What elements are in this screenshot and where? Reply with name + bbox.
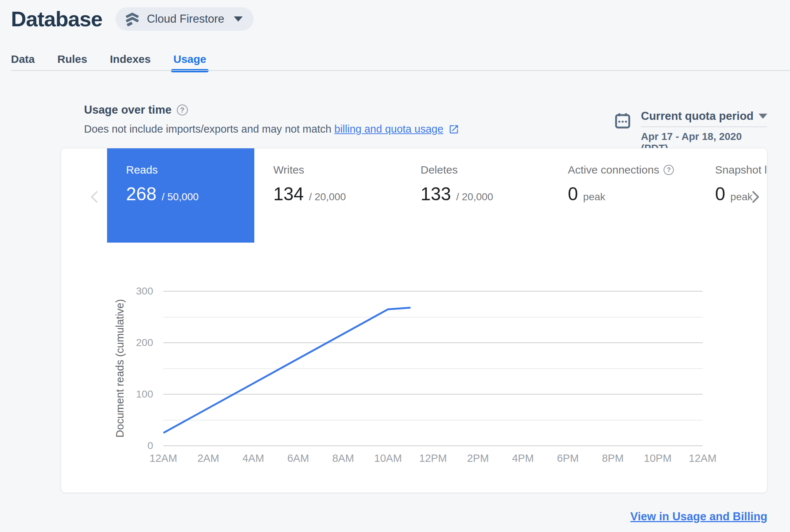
x-tick-label: 4AM bbox=[242, 452, 264, 464]
metric-tile[interactable]: Deletes 133 / 20,000 bbox=[402, 148, 549, 243]
caret-down-icon bbox=[759, 114, 767, 119]
metric-value: 0 bbox=[568, 183, 578, 205]
x-tick-label: 6AM bbox=[287, 452, 309, 464]
x-tick-label: 12AM bbox=[149, 452, 177, 464]
metric-tile[interactable]: Active connections ? 0 peak bbox=[549, 148, 696, 243]
y-tick-label: 100 bbox=[136, 388, 153, 400]
tab-divider bbox=[11, 70, 790, 71]
metric-value: 268 bbox=[126, 183, 156, 205]
x-tick-label: 8PM bbox=[602, 452, 624, 464]
y-axis-title: Document reads (cumulative) bbox=[114, 299, 126, 438]
metric-tile[interactable]: Snapshot listeners 0 peak bbox=[696, 148, 767, 243]
reads-series-line bbox=[163, 308, 411, 433]
tab-usage[interactable]: Usage bbox=[173, 51, 206, 71]
help-icon[interactable]: ? bbox=[177, 104, 188, 115]
metric-peak-label: peak bbox=[583, 191, 605, 203]
metric-label: Reads bbox=[126, 164, 158, 176]
metric-label: Deletes bbox=[421, 164, 458, 176]
calendar-icon bbox=[615, 113, 631, 129]
section-description: Does not include imports/exports and may… bbox=[84, 123, 331, 135]
quota-period-dropdown[interactable]: Current quota period bbox=[641, 110, 767, 123]
x-tick-label: 12AM bbox=[689, 452, 717, 464]
usage-line-chart bbox=[163, 291, 703, 446]
y-tick-label: 0 bbox=[147, 440, 153, 452]
product-selector-label: Cloud Firestore bbox=[147, 12, 224, 26]
metric-tile[interactable]: Writes 134 / 20,000 bbox=[254, 148, 402, 243]
metric-value: 0 bbox=[715, 183, 725, 205]
help-icon[interactable]: ? bbox=[664, 165, 674, 175]
tab-data[interactable]: Data bbox=[11, 51, 35, 71]
billing-quota-link[interactable]: billing and quota usage bbox=[334, 123, 443, 135]
x-tick-label: 2AM bbox=[197, 452, 219, 464]
y-axis-labels: 0100200300 bbox=[127, 291, 158, 446]
x-tick-label: 4PM bbox=[512, 452, 534, 464]
usage-card: Reads 268 / 50,000 Writes 134 / 20,000 D… bbox=[61, 148, 767, 493]
x-tick-label: 6PM bbox=[557, 452, 579, 464]
y-tick-label: 200 bbox=[136, 337, 153, 349]
metric-tiles: Reads 268 / 50,000 Writes 134 / 20,000 D… bbox=[107, 148, 767, 243]
metric-quota: / 20,000 bbox=[456, 191, 493, 203]
metric-label: Snapshot listeners bbox=[715, 164, 767, 176]
section-title: Usage over time bbox=[84, 103, 172, 117]
y-tick-label: 300 bbox=[136, 285, 153, 297]
metric-peak-label: peak bbox=[730, 191, 753, 203]
metric-tile[interactable]: Reads 268 / 50,000 bbox=[107, 148, 254, 243]
view-usage-billing-link[interactable]: View in Usage and Billing bbox=[630, 510, 767, 523]
product-selector[interactable]: Cloud Firestore bbox=[115, 7, 254, 31]
quota-period-selector: Current quota period Apr 17 - Apr 18, 20… bbox=[615, 110, 767, 154]
usage-section-header: Usage over time ? Does not include impor… bbox=[84, 103, 459, 135]
x-tick-label: 8AM bbox=[332, 452, 354, 464]
tab-rules[interactable]: Rules bbox=[57, 51, 87, 71]
x-tick-label: 10AM bbox=[374, 452, 402, 464]
x-tick-label: 10PM bbox=[644, 452, 672, 464]
plot-area bbox=[163, 291, 703, 446]
x-axis-labels: 12AM2AM4AM6AM8AM10AM12PM2PM4PM6PM8PM10PM… bbox=[163, 452, 703, 467]
x-tick-label: 2PM bbox=[467, 452, 489, 464]
divider bbox=[641, 126, 767, 127]
caret-down-icon bbox=[234, 16, 243, 22]
open-in-new-icon[interactable] bbox=[448, 124, 459, 135]
tab-bar: Data Rules Indexes Usage bbox=[0, 51, 790, 71]
metric-label: Writes bbox=[273, 164, 304, 176]
metric-value: 133 bbox=[421, 183, 451, 205]
quota-period-label: Current quota period bbox=[641, 110, 753, 123]
firestore-icon bbox=[124, 11, 140, 27]
metric-label: Active connections bbox=[568, 164, 659, 176]
metric-quota: / 20,000 bbox=[309, 191, 346, 203]
metric-quota: / 50,000 bbox=[162, 191, 198, 203]
page-header: Database Cloud Firestore bbox=[11, 7, 254, 31]
page-title: Database bbox=[11, 7, 102, 31]
metric-value: 134 bbox=[273, 183, 304, 205]
x-tick-label: 12PM bbox=[419, 452, 447, 464]
carousel-prev-button[interactable] bbox=[87, 189, 103, 205]
tab-indexes[interactable]: Indexes bbox=[110, 51, 151, 71]
